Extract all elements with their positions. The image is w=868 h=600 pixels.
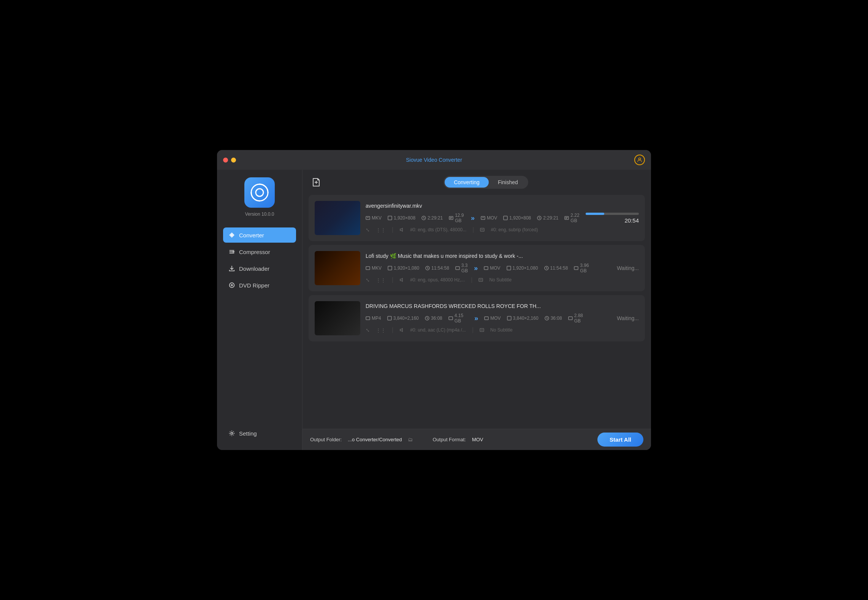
subtitle-icon-1: [478, 278, 483, 282]
sidebar-item-dvd-ripper[interactable]: DVD Ripper: [223, 278, 296, 293]
src-format-2: MP4: [372, 316, 381, 321]
file-info-0: avengersinfinitywar.mkv MKV: [366, 203, 580, 233]
src-duration-2: 36:08: [431, 316, 442, 321]
dst-duration-0: 2:29:21: [543, 215, 558, 221]
dst-size-0: 2.22 GB: [570, 213, 580, 223]
add-file-button[interactable]: [310, 176, 322, 188]
svg-point-0: [638, 158, 640, 160]
subtitle-info-0[interactable]: #0: eng, subrip (forced): [491, 227, 538, 232]
audio-info-2[interactable]: #0: und, aac (LC) (mp4a /...: [410, 327, 466, 333]
crop-icon-1[interactable]: ⤡: [366, 277, 370, 283]
audio-info-1[interactable]: #0: eng, opus, 48000 Hz,...: [410, 277, 465, 283]
app-window: Siovue Video Converter Version: [217, 150, 651, 450]
svg-rect-12: [366, 216, 370, 219]
svg-rect-21: [565, 216, 569, 219]
audio-icon-1: [399, 278, 404, 282]
dst-size-1: 3.96 GB: [580, 263, 589, 273]
subtitle-info-2[interactable]: No Subtitle: [490, 327, 513, 333]
src-meta-0: MKV 1,920×808: [366, 213, 465, 223]
src-size-2: 4.15 GB: [455, 313, 468, 324]
audio-info-0[interactable]: #0: eng, dts (DTS), 48000...: [410, 227, 466, 232]
waveform-icon-1[interactable]: ⋮⋮: [376, 277, 386, 283]
svg-point-3: [231, 234, 233, 236]
dst-duration-2: 36:08: [551, 316, 562, 321]
file-name-1: Lofi study 🌿 Music that makes u more ins…: [366, 253, 588, 259]
output-format-label: Output Format:: [432, 437, 466, 442]
sub-separator-1b: |: [471, 276, 472, 283]
waiting-label-1: Waiting...: [617, 265, 639, 271]
setting-nav-label: Setting: [239, 430, 257, 437]
audio-separator-0: |: [392, 226, 393, 233]
sidebar: Version 10.0.0 Converter Compressor: [217, 170, 303, 450]
converter-nav-label: Converter: [239, 232, 264, 238]
thumbnail-2: [315, 301, 360, 335]
convert-arrow-0: »: [468, 214, 478, 222]
convert-arrow-1: »: [471, 264, 481, 272]
convert-arrow-2: »: [471, 314, 481, 322]
content-header: Converting Finished: [303, 170, 651, 195]
window-title: Siovue Video Converter: [406, 157, 462, 163]
status-area-2: Waiting...: [593, 315, 639, 321]
user-account-icon[interactable]: [634, 155, 645, 165]
sidebar-item-setting[interactable]: Setting: [223, 426, 296, 441]
svg-rect-41: [507, 316, 511, 320]
tab-group: Converting Finished: [444, 176, 528, 189]
downloader-nav-label: Downloader: [239, 265, 269, 272]
src-meta-1: MKV 1,920×1,080: [366, 263, 468, 273]
time-remaining-0: 20:54: [624, 217, 639, 224]
svg-rect-31: [507, 266, 511, 270]
src-resolution-0: 1,920×808: [394, 215, 415, 221]
src-meta-2: MP4 3,840×2,160: [366, 313, 468, 324]
waveform-icon-2[interactable]: ⋮⋮: [376, 327, 386, 333]
status-area-0: 20:54: [586, 213, 639, 224]
src-size-1: 3.3 GB: [461, 263, 468, 273]
file-list: avengersinfinitywar.mkv MKV: [303, 195, 651, 429]
crop-icon-2[interactable]: ⤡: [366, 327, 370, 333]
tab-converting[interactable]: Converting: [445, 177, 489, 188]
svg-rect-43: [569, 317, 572, 320]
tab-finished[interactable]: Finished: [489, 177, 527, 188]
file-item-2: DRIVING MARCUS RASHFORDS WRECKED ROLLS R…: [309, 295, 645, 341]
svg-rect-15: [449, 216, 453, 219]
svg-point-7: [230, 283, 234, 288]
audio-icon-0: [399, 227, 404, 232]
svg-rect-40: [485, 317, 488, 320]
dst-meta-0: MOV 1,920×808: [481, 213, 580, 223]
src-format-0: MKV: [372, 215, 382, 221]
svg-rect-13: [388, 216, 392, 220]
crop-icon-0[interactable]: ⤡: [366, 227, 370, 233]
dst-meta-2: MOV 3,840×2,160: [484, 313, 588, 324]
folder-icon[interactable]: 🗂: [408, 437, 413, 442]
audio-icon-2: [399, 328, 404, 332]
file-item-1: Lofi study 🌿 Music that makes u more ins…: [309, 245, 645, 291]
sidebar-item-compressor[interactable]: Compressor: [223, 244, 296, 259]
src-duration-0: 2:29:21: [428, 215, 443, 221]
svg-point-8: [231, 284, 233, 286]
src-size-0: 12.9 GB: [455, 213, 465, 223]
file-name-2: DRIVING MARCUS RASHFORDS WRECKED ROLLS R…: [366, 303, 588, 309]
file-name-0: avengersinfinitywar.mkv: [366, 203, 580, 209]
minimize-button[interactable]: [231, 158, 236, 163]
file-tools-0: ⤡ ⋮⋮ | #0: eng, dts (DTS), 48000... |: [366, 226, 580, 233]
app-logo: Version 10.0.0: [223, 177, 296, 217]
waiting-label-2: Waiting...: [617, 315, 639, 321]
svg-rect-30: [484, 267, 488, 270]
close-button[interactable]: [223, 158, 228, 163]
sidebar-item-downloader[interactable]: Downloader: [223, 261, 296, 276]
dst-format-2: MOV: [490, 316, 501, 321]
dst-duration-1: 11:54:58: [550, 265, 568, 271]
file-tools-2: ⤡ ⋮⋮ | #0: und, aac (LC) (mp4a /... |: [366, 327, 588, 333]
sidebar-item-converter[interactable]: Converter: [223, 227, 296, 243]
thumbnail-0: [315, 201, 360, 235]
progress-bar-fill-0: [586, 213, 604, 215]
waveform-icon-0[interactable]: ⋮⋮: [376, 227, 386, 233]
thumbnail-1: [315, 251, 360, 285]
svg-rect-19: [504, 216, 507, 220]
src-resolution-1: 1,920×1,080: [394, 265, 419, 271]
file-info-2: DRIVING MARCUS RASHFORDS WRECKED ROLLS R…: [366, 303, 588, 333]
svg-point-9: [231, 432, 233, 434]
start-all-button[interactable]: Start All: [597, 433, 643, 447]
sub-separator-2b: |: [472, 327, 474, 333]
subtitle-info-1[interactable]: No Subtitle: [489, 277, 512, 283]
sub-separator-1a: |: [392, 276, 393, 283]
